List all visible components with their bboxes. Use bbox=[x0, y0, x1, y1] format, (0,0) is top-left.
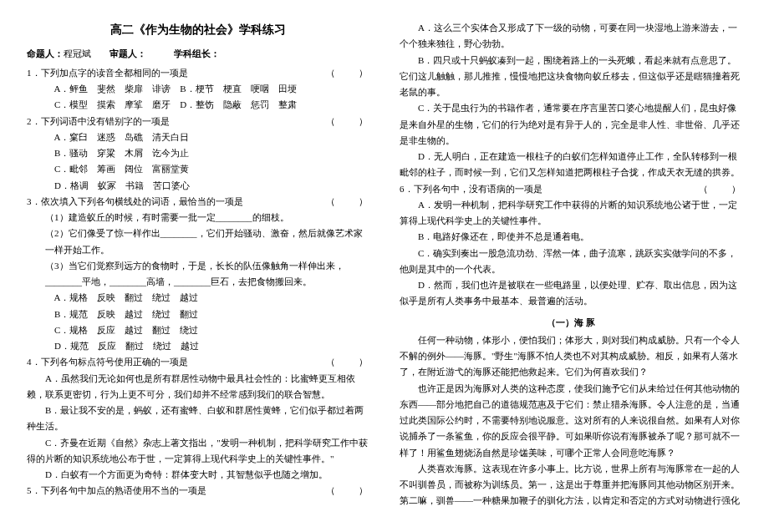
q5-opt-a: A．这么三个实体合又形成了下一级的动物，可要在同一块湿地上游来游去，一个个独来独… bbox=[400, 20, 742, 53]
q6-stem: 6．下列各句中，没有语病的一项是 bbox=[400, 181, 542, 197]
q2-stem: 2．下列词语中没有错别字的一项是 bbox=[27, 114, 170, 129]
q3-bracket: （ ） bbox=[326, 194, 369, 210]
q2-stem-row: 2．下列词语中没有错别字的一项是 （ ） bbox=[27, 114, 369, 129]
q4-opt-d: D．白蚁有一个方面更为奇特：群体变大时，其智慧似乎也随之增加。 bbox=[27, 467, 369, 483]
q5-opt-d: D．无人明白，正在建造一根柱子的白蚁们怎样知道停止工作，全队转移到一根毗邻的柱子… bbox=[400, 149, 742, 181]
q2-options: A．窠臼 迷惑 岛礁 清天白日 B．骚动 穿粱 木屑 讫今为止 C．毗邻 筹画 … bbox=[45, 129, 369, 194]
q4-opt-c: C．齐曼在近期《自然》杂志上著文指出，"发明一种机制，把科学研究工作中获得的片断… bbox=[27, 435, 369, 468]
reviewer-label: 审题人： bbox=[109, 48, 146, 58]
q6-opt-d: D．然而，我们也许是被联在一些电路里，以便处理、贮存、取出信息，因为这似乎是所有… bbox=[400, 277, 742, 310]
q6-stem-row: 6．下列各句中，没有语病的一项是 （ ） bbox=[400, 181, 742, 197]
q5-bracket: （ ） bbox=[326, 483, 369, 499]
q1-stem-row: 1．下列加点字的读音全都相同的一项是 （ ） bbox=[27, 65, 369, 81]
q6-opt-a: A．发明一种机制，把科学研究工作中获得的片断的知识系统地公诸于世，一定算得上现代… bbox=[400, 197, 742, 230]
q3-stem-row: 3．依次填入下列各句横线处的词语，最恰当的一项是 （ ） bbox=[27, 194, 369, 210]
q6-opt-b: B．电路好像还在，即使并不总是通着电。 bbox=[400, 229, 742, 245]
q5-stem: 5．下列各句中加点的熟语使用不当的一项是 bbox=[27, 483, 206, 499]
q4-opt-a: A．虽然我们无论如何也是所有群居性动物中最具社会性的：比蜜蜂更互相依赖，联系更密… bbox=[27, 371, 369, 403]
q4-bracket: （ ） bbox=[326, 354, 369, 370]
q5-opt-b: B．四只或十只蚂蚁凑到一起，围绕着路上的一头死蛾，看起来就有点意思了。它们这儿触… bbox=[400, 53, 742, 101]
passage-p2: 也许正是因为海豚对人类的这种态度，使我们施予它们从未给过任何其他动物的东西——部… bbox=[400, 381, 742, 461]
passage-title: （一）海 豚 bbox=[400, 315, 742, 331]
q3-options: A．规格 反映 翻过 绕过 越过 B．规范 反映 越过 绕过 翻过 C．规格 反… bbox=[45, 290, 369, 354]
passage-p1: 任何一种动物，体形小，便怕我们；体形大，则对我们构成威胁。只有一个令人不解的例外… bbox=[400, 332, 742, 381]
author-label: 命题人： bbox=[27, 48, 64, 58]
meta-line: 命题人：程冠斌 审题人： 学科组长： bbox=[27, 46, 369, 62]
q2-bracket: （ ） bbox=[326, 114, 369, 129]
q3-sub1: （1）建造蚁丘的时候，有时需要一批一定________的细枝。 bbox=[45, 210, 369, 225]
doc-title: 高二《作为生物的社会》学科练习 bbox=[27, 20, 369, 41]
q3-sub3: （3）当它们觉察到远方的食物时，于是，长长的队伍像触角一样伸出来，_______… bbox=[45, 258, 369, 291]
q1-options: A．鲆鱼 斐然 柴扉 诽谤 B．梗节 梗直 哽咽 田埂 C．模型 摸索 摩挲 磨… bbox=[45, 81, 369, 114]
q3-stem: 3．依次填入下列各句横线处的词语，最恰当的一项是 bbox=[27, 194, 243, 210]
q4-stem: 4．下列各句标点符号使用正确的一项是 bbox=[27, 354, 188, 370]
author-name: 程冠斌 bbox=[64, 48, 91, 58]
q1-stem: 1．下列加点字的读音全都相同的一项是 bbox=[27, 65, 188, 81]
q6-opt-c: C．确实到奏出一股急流功劲、浑然一体，曲子流寒，跳跃实实做学问的不多，他则是其中… bbox=[400, 246, 742, 278]
q1-bracket: （ ） bbox=[326, 65, 369, 81]
q5-opt-c: C．关于昆虫行为的书籍作者，通常要在序言里苦口婆心地提醒人们，昆虫好像是来自外星… bbox=[400, 100, 742, 149]
leader-label: 学科组长： bbox=[174, 48, 220, 58]
q4-stem-row: 4．下列各句标点符号使用正确的一项是 （ ） bbox=[27, 354, 369, 370]
q4-opt-b: B．最让我不安的是，蚂蚁，还有蜜蜂、白蚁和群居性黄蜂，它们似乎都过着两种生活。 bbox=[27, 403, 369, 435]
q6-bracket: （ ） bbox=[699, 181, 742, 197]
q5-stem-row: 5．下列各句中加点的熟语使用不当的一项是 （ ） bbox=[27, 483, 369, 499]
q3-sub2: （2）它们像受了惊一样作出________，它们开始骚动、激奋，然后就像艺术家一… bbox=[45, 225, 369, 258]
